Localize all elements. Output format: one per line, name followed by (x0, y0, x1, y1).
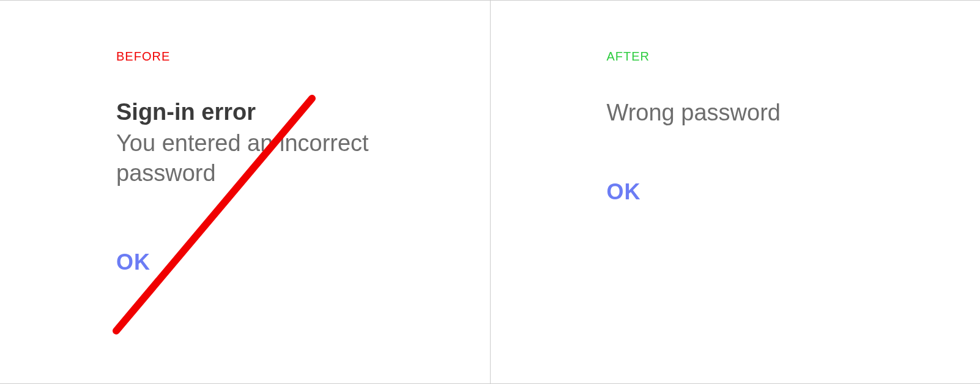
before-dialog-title: Sign-in error (116, 98, 490, 127)
after-panel: AFTER Wrong password OK (491, 1, 981, 383)
before-dialog-body: You entered an incorrect password (116, 128, 373, 189)
after-ok-button[interactable]: OK (607, 179, 641, 205)
comparison-container: BEFORE Sign-in error You entered an inco… (0, 0, 980, 384)
after-dialog-title: Wrong password (607, 98, 864, 128)
after-label: AFTER (607, 50, 981, 64)
before-panel: BEFORE Sign-in error You entered an inco… (0, 1, 491, 383)
before-label: BEFORE (116, 50, 490, 64)
before-ok-button[interactable]: OK (116, 249, 150, 275)
